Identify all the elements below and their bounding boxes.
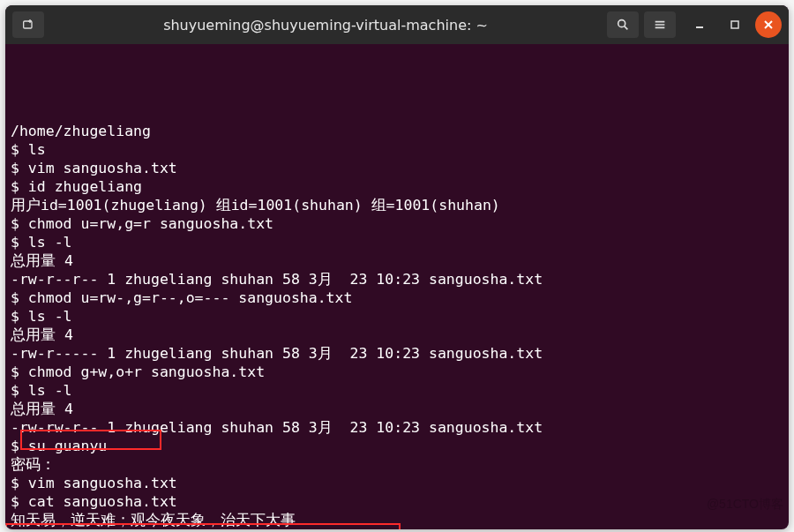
terminal-line: 用户id=1001(zhugeliang) 组id=1001(shuhan) 组… [11,196,783,214]
terminal-line: /home/zhugeliang [11,122,783,140]
terminal-line: 总用量 4 [11,251,783,270]
terminal-line: $ ls [11,140,783,159]
minimize-button[interactable] [685,11,715,38]
terminal-line: $ cat sanguosha.txt [11,492,783,511]
terminal-line: -rw-rw-r-- 1 zhugeliang shuhan 58 3月 23 … [11,418,783,437]
close-button[interactable] [755,11,782,38]
terminal-line: $ ls -l [11,307,783,326]
terminal-line: 总用量 4 [11,326,783,344]
svg-rect-9 [731,21,738,28]
terminal-line: 知天易，逆天难；观今夜天象，治天下大事 [11,511,783,529]
terminal-line: 总用量 4 [11,400,783,418]
terminal-line: $ su guanyu [11,437,783,455]
terminal-window: shuyueming@shuyueming-virtual-machine: ~ [5,5,789,529]
terminal-line: $ chmod u=rw,g=r sanguosha.txt [11,214,783,233]
svg-line-4 [625,26,628,30]
maximize-button[interactable] [720,11,750,38]
terminal-line: $ chmod u=rw-,g=r--,o=--- sanguosha.txt [11,288,783,307]
new-tab-button[interactable] [12,11,44,38]
terminal-line: -rw-r--r-- 1 zhugeliang shuhan 58 3月 23 … [11,270,783,288]
terminal-line: $ vim sanguosha.txt [11,474,783,492]
window-title: shuyueming@shuyueming-virtual-machine: ~ [49,17,602,34]
terminal-line: $ vim sanguosha.txt [11,159,783,177]
terminal-line: -rw-r----- 1 zhugeliang shuhan 58 3月 23 … [11,344,783,363]
titlebar: shuyueming@shuyueming-virtual-machine: ~ [5,5,789,44]
menu-button[interactable] [644,11,676,38]
svg-point-3 [618,20,625,27]
terminal-line: $ ls -l [11,233,783,251]
search-button[interactable] [607,11,639,38]
terminal-content[interactable]: /home/zhugeliang$ ls$ vim sanguosha.txt$… [5,44,789,529]
terminal-line: $ chmod g+w,o+r sanguosha.txt [11,363,783,381]
terminal-line: 密码： [11,455,783,474]
watermark: @51CTO博客 [707,497,783,513]
terminal-line: $ ls -l [11,381,783,400]
terminal-line: $ id zhugeliang [11,177,783,196]
